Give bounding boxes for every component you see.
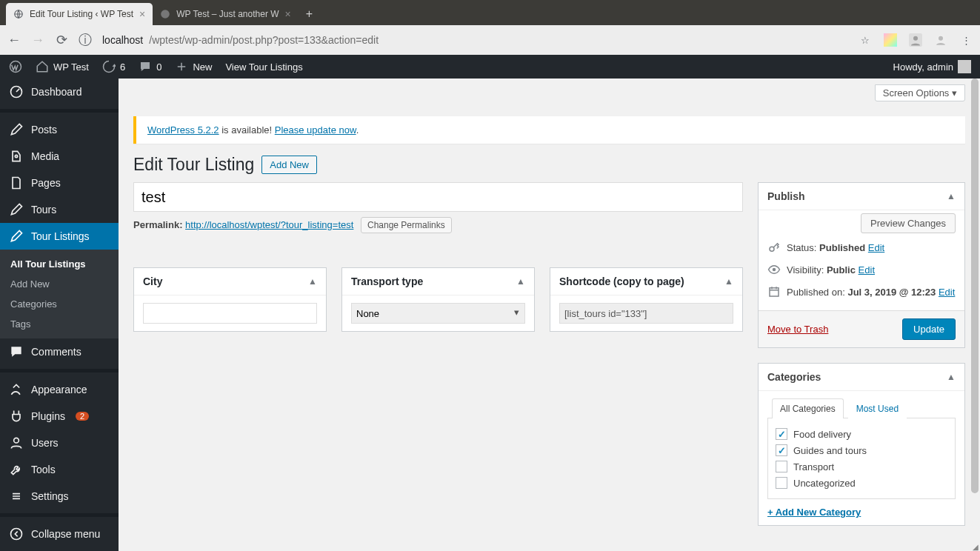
submenu-all[interactable]: All Tour Listings xyxy=(0,254,119,274)
edit-date-link[interactable]: Edit xyxy=(939,287,955,298)
new-tab-button[interactable]: + xyxy=(299,3,320,25)
checkbox-icon[interactable] xyxy=(776,477,787,489)
extension-icon[interactable] xyxy=(884,33,897,47)
reload-icon[interactable]: ⟳ xyxy=(55,32,68,48)
sidebar-item-users[interactable]: Users xyxy=(0,430,119,456)
category-list: Food delivery Guides and tours Transport xyxy=(767,418,956,499)
plugin-count-badge: 2 xyxy=(76,412,89,421)
metabox-transport: Transport type ▲ None xyxy=(341,267,535,332)
preview-button[interactable]: Preview Changes xyxy=(861,213,956,233)
trash-link[interactable]: Move to Trash xyxy=(767,324,828,335)
url-host: localhost xyxy=(102,34,143,46)
scrollbar[interactable] xyxy=(970,79,979,551)
tab-title: WP Test – Just another W xyxy=(176,9,279,19)
url-input[interactable]: localhost/wptest/wp-admin/post.php?post=… xyxy=(102,34,848,46)
city-input[interactable] xyxy=(143,303,317,324)
sidebar-item-tour-listings[interactable]: Tour Listings xyxy=(0,223,119,250)
sidebar-item-media[interactable]: Media xyxy=(0,143,119,170)
checkbox-icon[interactable] xyxy=(776,428,787,440)
chevron-up-icon[interactable]: ▲ xyxy=(308,276,317,287)
metabox-city: City ▲ xyxy=(133,267,327,332)
resize-corner[interactable]: ◢ xyxy=(971,542,980,551)
svg-point-1 xyxy=(161,10,170,19)
forward-icon: → xyxy=(31,33,44,48)
category-item[interactable]: Transport xyxy=(776,458,947,475)
close-icon[interactable]: × xyxy=(139,8,145,20)
wp-icon xyxy=(160,9,170,19)
profile-icon[interactable] xyxy=(909,33,922,47)
title-input[interactable] xyxy=(133,182,743,212)
scrollbar-thumb[interactable] xyxy=(971,79,979,493)
sidebar-item-dashboard[interactable]: Dashboard xyxy=(0,79,119,105)
browser-tab-active[interactable]: Edit Tour Listing ‹ WP Test × xyxy=(6,3,153,25)
info-icon[interactable]: ⓘ xyxy=(79,31,92,49)
checkbox-icon[interactable] xyxy=(776,444,787,456)
transport-select[interactable]: None xyxy=(351,303,525,324)
tab-most-used[interactable]: Most Used xyxy=(848,398,907,418)
change-permalinks-button[interactable]: Change Permalinks xyxy=(361,217,452,233)
back-icon[interactable]: ← xyxy=(7,33,21,48)
chevron-up-icon[interactable]: ▲ xyxy=(947,191,956,201)
key-icon xyxy=(767,241,781,254)
chevron-up-icon[interactable]: ▲ xyxy=(724,276,733,287)
svg-point-9 xyxy=(11,529,22,540)
tab-all-categories[interactable]: All Categories xyxy=(772,398,844,418)
sidebar-item-pages[interactable]: Pages xyxy=(0,170,119,196)
site-link[interactable]: WP Test xyxy=(36,60,89,73)
update-now-link[interactable]: Please update now xyxy=(275,124,356,136)
edit-visibility-link[interactable]: Edit xyxy=(859,264,875,276)
browser-tab[interactable]: WP Test – Just another W × xyxy=(153,3,298,25)
category-item[interactable]: Guides and tours xyxy=(776,442,947,458)
menu-icon[interactable]: ⋮ xyxy=(959,33,973,47)
close-icon[interactable]: × xyxy=(285,8,291,20)
browser-chrome: Edit Tour Listing ‹ WP Test × WP Test – … xyxy=(0,0,980,55)
howdy[interactable]: Howdy, admin xyxy=(893,60,971,73)
star-icon[interactable]: ☆ xyxy=(859,33,872,47)
calendar-icon xyxy=(767,285,781,298)
update-button[interactable]: Update xyxy=(902,318,956,340)
add-new-button[interactable]: Add New xyxy=(261,156,317,174)
svg-point-8 xyxy=(14,438,19,443)
admin-sidebar: Dashboard Posts Media Pages Tours Tour L… xyxy=(0,79,119,551)
permalink-url[interactable]: http://localhost/wptest/?tour_listing=te… xyxy=(185,219,353,230)
wp-logo[interactable] xyxy=(9,60,22,73)
permalink-row: Permalink: http://localhost/wptest/?tour… xyxy=(133,212,743,238)
avatar-icon[interactable] xyxy=(934,33,947,47)
publish-box: Publish ▲ Preview Changes Status: Publis… xyxy=(758,182,965,348)
sidebar-item-tools[interactable]: Tools xyxy=(0,456,119,483)
updates-link[interactable]: 6 xyxy=(102,60,125,73)
wp-version-link[interactable]: WordPress 5.2.2 xyxy=(147,124,219,136)
update-notice: WordPress 5.2.2 is available! Please upd… xyxy=(133,116,965,144)
category-item[interactable]: Uncategorized xyxy=(776,475,947,491)
svg-point-11 xyxy=(773,268,776,272)
sidebar-item-tours[interactable]: Tours xyxy=(0,196,119,223)
wp-admin-bar: WP Test 6 0 New View Tour Listings Howdy… xyxy=(0,55,980,79)
categories-box: Categories ▲ All Categories Most Used Fo… xyxy=(758,363,965,526)
sidebar-item-settings[interactable]: Settings xyxy=(0,483,119,510)
globe-icon xyxy=(13,9,24,19)
svg-point-10 xyxy=(770,247,774,251)
page-title: Edit Tour Listing xyxy=(133,155,254,175)
svg-point-5 xyxy=(939,36,943,41)
submenu-add[interactable]: Add New xyxy=(0,274,119,294)
submenu-categories[interactable]: Categories xyxy=(0,294,119,314)
add-category-link[interactable]: + Add New Category xyxy=(759,499,964,525)
main-content: Screen Options ▾ WordPress 5.2.2 is avai… xyxy=(119,79,980,551)
shortcode-input[interactable] xyxy=(559,303,733,324)
sidebar-item-posts[interactable]: Posts xyxy=(0,116,119,143)
sidebar-collapse[interactable]: Collapse menu xyxy=(0,521,119,547)
chevron-up-icon[interactable]: ▲ xyxy=(516,276,525,287)
checkbox-icon[interactable] xyxy=(776,461,787,472)
sidebar-item-comments[interactable]: Comments xyxy=(0,338,119,365)
view-link[interactable]: View Tour Listings xyxy=(225,61,302,73)
sidebar-item-plugins[interactable]: Plugins 2 xyxy=(0,403,119,430)
screen-options-button[interactable]: Screen Options ▾ xyxy=(875,84,965,101)
chevron-up-icon[interactable]: ▲ xyxy=(947,372,956,382)
new-link[interactable]: New xyxy=(175,60,212,73)
sidebar-item-appearance[interactable]: Appearance xyxy=(0,376,119,403)
submenu-tags[interactable]: Tags xyxy=(0,314,119,334)
edit-status-link[interactable]: Edit xyxy=(868,242,884,253)
category-item[interactable]: Food delivery xyxy=(776,426,947,442)
metabox-shortcode: Shortcode (copy to page) ▲ xyxy=(550,267,743,332)
comments-link[interactable]: 0 xyxy=(139,60,161,73)
